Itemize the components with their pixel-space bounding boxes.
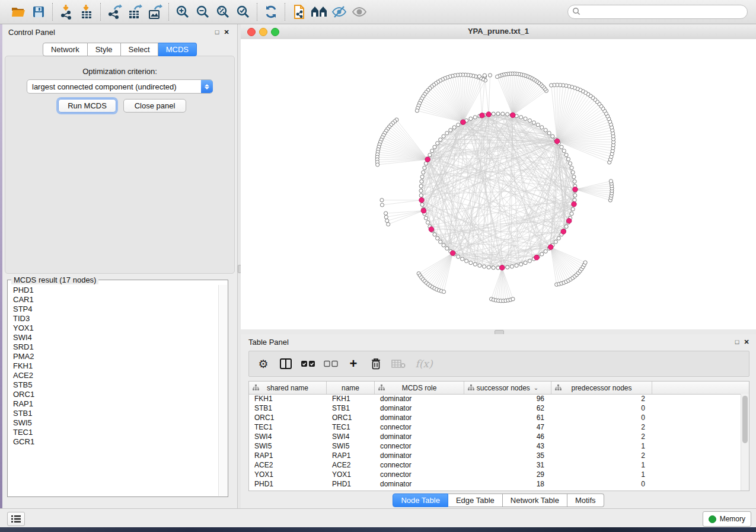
mcds-list-scrollbar[interactable] [218, 285, 227, 496]
table-cell[interactable]: 2 [551, 451, 652, 460]
select-all-icon[interactable] [301, 355, 315, 372]
import-table-icon[interactable] [76, 4, 97, 20]
float-panel-icon[interactable]: □ [732, 337, 742, 347]
mcds-result-item[interactable]: PMA2 [13, 352, 218, 361]
table-row[interactable]: YOX1YOX1connector291 [249, 470, 741, 479]
hide-selected-icon[interactable] [329, 4, 349, 20]
deselect-all-icon[interactable] [324, 355, 338, 372]
table-cell[interactable]: connector [375, 422, 464, 432]
scrollbar-thumb[interactable] [742, 396, 748, 443]
table-cell[interactable]: 46 [464, 432, 551, 441]
add-row-icon[interactable]: + [346, 355, 361, 372]
zoom-in-icon[interactable] [173, 4, 193, 20]
column-header-predecessor-nodes[interactable]: predecessor nodes [551, 382, 652, 394]
table-cell[interactable]: 0 [551, 479, 652, 489]
column-header-name[interactable]: name [327, 382, 375, 394]
network-graph[interactable] [241, 39, 756, 329]
memory-button[interactable]: Memory [703, 511, 751, 527]
table-cell[interactable]: 35 [464, 451, 551, 460]
table-cell[interactable]: 0 [551, 413, 652, 422]
zoom-selected-icon[interactable] [233, 4, 253, 20]
network-canvas[interactable] [241, 39, 756, 329]
table-cell[interactable]: FKH1 [327, 394, 375, 403]
table-cell[interactable]: 2 [551, 394, 652, 403]
table-cell[interactable]: 2 [551, 422, 652, 432]
mcds-result-item[interactable]: GCR1 [13, 437, 218, 447]
column-header-shared-name[interactable]: shared name [249, 382, 327, 394]
mcds-result-item[interactable]: YOX1 [13, 323, 218, 333]
close-panel-icon[interactable]: ✕ [742, 337, 751, 347]
table-scrollbar[interactable] [741, 394, 749, 491]
table-cell[interactable]: SWI4 [327, 432, 375, 441]
table-row[interactable]: SWI5SWI5connector431 [249, 441, 741, 451]
table-cell[interactable]: TEC1 [249, 422, 327, 432]
table-cell[interactable]: dominator [375, 432, 464, 441]
table-row[interactable]: PHD1PHD1dominator180 [249, 479, 741, 489]
save-icon[interactable] [28, 4, 49, 20]
tab-network[interactable]: Network [43, 43, 88, 56]
tab-network-table[interactable]: Network Table [503, 493, 567, 507]
table-cell[interactable]: FKH1 [249, 394, 327, 403]
table-row[interactable]: FKH1FKH1dominator962 [249, 394, 741, 403]
table-cell[interactable]: dominator [375, 403, 464, 413]
table-cell[interactable]: 1 [551, 470, 652, 479]
table-row[interactable]: STB1STB1dominator620 [249, 403, 741, 413]
mcds-result-item[interactable]: ORC1 [13, 390, 218, 399]
table-cell[interactable]: dominator [375, 479, 464, 489]
close-panel-button[interactable]: Close panel [123, 99, 186, 113]
table-row[interactable]: RAP1RAP1dominator352 [249, 451, 741, 460]
table-cell[interactable]: dominator [375, 394, 464, 403]
network-window-titlebar[interactable]: YPA_prune.txt_1 [241, 24, 756, 40]
new-network-from-selection-icon[interactable] [289, 4, 309, 20]
table-cell[interactable]: 43 [464, 441, 551, 451]
first-neighbors-icon[interactable] [309, 4, 329, 20]
run-mcds-button[interactable]: Run MCDS [58, 99, 116, 113]
table-cell[interactable]: 31 [464, 460, 551, 470]
export-image-icon[interactable] [145, 4, 165, 20]
tab-motifs[interactable]: Motifs [567, 493, 604, 507]
table-cell[interactable]: TEC1 [327, 422, 375, 432]
import-network-icon[interactable] [56, 4, 76, 20]
table-cell[interactable]: 47 [464, 422, 551, 432]
table-cell[interactable]: 2 [551, 432, 652, 441]
export-table-icon[interactable] [125, 4, 145, 20]
column-header-successor-nodes[interactable]: successor nodes⌄ [464, 382, 551, 394]
table-cell[interactable]: 18 [464, 479, 551, 489]
tab-style[interactable]: Style [88, 43, 121, 56]
graph-nodes[interactable] [375, 72, 615, 303]
mcds-result-item[interactable]: CAR1 [13, 295, 218, 305]
mcds-result-item[interactable]: SWI5 [13, 418, 218, 428]
column-header-mcds-role[interactable]: MCDS role [375, 382, 464, 394]
table-cell[interactable]: 29 [464, 470, 551, 479]
table-cell[interactable]: dominator [375, 413, 464, 422]
table-options-icon[interactable]: ⚙ [256, 355, 270, 372]
mcds-result-item[interactable]: PHD1 [13, 286, 218, 295]
tab-edge-table[interactable]: Edge Table [448, 493, 503, 507]
mcds-result-item[interactable]: STB5 [13, 380, 218, 390]
table-cell[interactable]: 0 [551, 403, 652, 413]
table-cell[interactable]: connector [375, 460, 464, 470]
table-cell[interactable]: ACE2 [249, 460, 327, 470]
show-all-icon[interactable] [349, 4, 369, 20]
table-cell[interactable]: ORC1 [327, 413, 375, 422]
table-cell[interactable]: STB1 [327, 403, 375, 413]
tab-select[interactable]: Select [121, 43, 158, 56]
table-cell[interactable]: connector [375, 441, 464, 451]
table-cell[interactable]: STB1 [249, 403, 327, 413]
table-row[interactable]: ACE2ACE2connector311 [249, 460, 741, 470]
table-cell[interactable]: 61 [464, 413, 551, 422]
table-cell[interactable]: PHD1 [327, 479, 375, 489]
mcds-result-item[interactable]: STP4 [13, 305, 218, 314]
mcds-result-item[interactable]: FKH1 [13, 361, 218, 371]
task-history-button[interactable] [7, 512, 25, 526]
table-cell[interactable]: YOX1 [327, 470, 375, 479]
table-cell[interactable]: 96 [464, 394, 551, 403]
table-cell[interactable]: ACE2 [327, 460, 375, 470]
table-cell[interactable]: ORC1 [249, 413, 327, 422]
column-visibility-icon[interactable] [279, 355, 293, 372]
zoom-out-icon[interactable] [193, 4, 213, 20]
table-cell[interactable]: dominator [375, 451, 464, 460]
close-panel-icon[interactable]: ✕ [222, 27, 231, 37]
table-cell[interactable]: PHD1 [249, 479, 327, 489]
delete-row-icon[interactable] [369, 355, 383, 372]
